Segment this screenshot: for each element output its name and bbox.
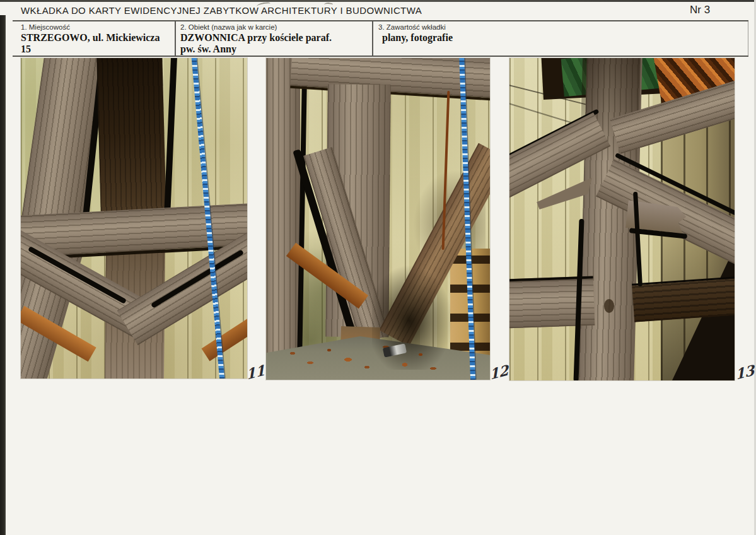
photo-number-11: 11: [246, 362, 266, 383]
leaf-debris: [285, 328, 449, 379]
photo-13-beam-joint: [509, 58, 735, 380]
horizontal-beam-right-dark: [632, 276, 735, 322]
table-rule-top: [13, 20, 748, 21]
field-zawartosc-value: plany, fotografie: [378, 32, 567, 44]
horizontal-beam-left: [509, 276, 595, 329]
field-obiekt-value-line1: DZWONNICA przy kościele paraf.: [180, 32, 366, 44]
column-divider-2: [372, 21, 373, 56]
field-miejscowosc: 1. Miejscowość STRZEGOWO, ul. Mickiewicz…: [21, 23, 169, 55]
table-right-border: [748, 21, 748, 56]
page-number: Nr 3: [690, 4, 710, 16]
field-zawartosc: 3. Zawartość wkładki plany, fotografie: [378, 23, 567, 44]
scan-edge-top: [0, 0, 756, 2]
field-miejscowosc-label: 1. Miejscowość: [21, 23, 169, 31]
column-divider-1: [175, 21, 176, 56]
photo-11-truss-with-rope: [21, 58, 247, 379]
photo-number-13: 13: [735, 362, 755, 383]
photo-12-corner-with-floor: [266, 58, 490, 380]
field-zawartosc-label: 3. Zawartość wkładki: [378, 23, 567, 31]
scanned-record-card-page: WKŁADKA DO KARTY EWIDENCYJNEJ ZABYTKOW A…: [0, 0, 756, 535]
photo-number-12: 12: [489, 362, 509, 383]
scan-edge-left: [0, 15, 6, 535]
field-obiekt-value-line2: pw. św. Anny: [180, 44, 366, 55]
field-obiekt: 2. Obiekt (nazwa jak w karcie) DZWONNICA…: [180, 23, 366, 55]
field-miejscowosc-value: STRZEGOWO, ul. Mickiewicza 15: [21, 32, 169, 55]
peg-knot: [604, 299, 614, 313]
field-obiekt-label: 2. Obiekt (nazwa jak w karcie): [180, 23, 366, 31]
table-rule-bottom: [13, 56, 748, 57]
page-title: WKŁADKA DO KARTY EWIDENCYJNEJ ZABYTKOW A…: [21, 5, 422, 16]
